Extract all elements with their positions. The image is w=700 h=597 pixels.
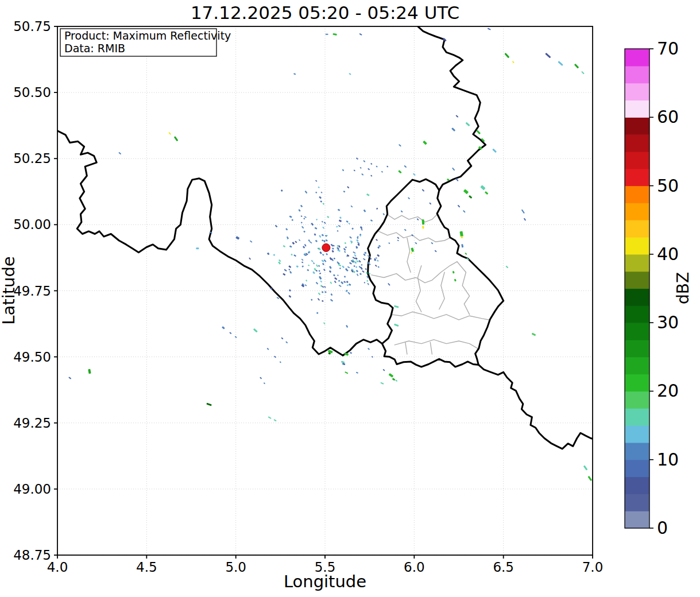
clutter-speck [284,269,287,272]
clutter-speck [322,259,324,262]
clutter-speck [318,293,321,296]
radar-echo [229,332,231,334]
radar-echo [288,269,291,270]
clutter-speck [354,265,355,267]
radar-echo [431,242,433,245]
colorbar-segment [625,66,649,83]
country-border-line [382,344,478,367]
radar-echo [466,122,470,127]
info-box-line2: Data: RMIB [64,42,125,55]
region-border-line [405,342,407,354]
clutter-speck [318,298,320,301]
clutter-speck [319,235,321,238]
radar-echo [581,71,585,75]
clutter-speck [322,221,323,223]
radar-echo [293,73,296,75]
radar-echo [465,253,467,255]
radar-echo [386,165,389,167]
radar-echoes [68,28,592,481]
colorbar-tick-label: 60 [657,107,679,127]
clutter-speck [355,257,357,259]
clutter-speck [338,264,341,266]
clutter-speck [332,250,334,253]
y-tick-label: 48.75 [13,548,51,563]
radar-echo [118,152,121,155]
clutter-speck [293,254,296,257]
clutter-speck [301,215,303,217]
clutter-speck [279,259,281,262]
y-tick-label: 49.50 [13,350,51,365]
clutter-speck [305,280,307,281]
x-tick-label: 4.5 [136,560,157,575]
clutter-speck [366,280,368,282]
axes-frame: 4.04.55.05.56.06.57.050.7550.5050.2550.0… [13,19,603,575]
clutter-speck [349,262,352,264]
colorbar-segment [625,443,649,460]
clutter-speck [289,289,291,292]
clutter-speck [322,263,324,265]
clutter-speck [337,230,339,232]
region-border-line [430,342,432,354]
colorbar-segment [625,49,649,66]
clutter-speck [339,285,342,287]
radar-echo [273,419,276,421]
country-borders [57,26,593,449]
clutter-speck [330,299,333,302]
radar-echo [88,369,91,374]
radar-echo [234,336,237,338]
radar-echo [416,218,419,220]
clutter-speck [358,260,361,263]
clutter-speck [357,274,359,276]
colorbar-segment [625,511,649,528]
radar-echo [359,33,362,36]
clutter-speck [323,259,326,262]
clutter-speck [356,260,359,262]
clutter-speck [295,241,297,243]
region-border-line [395,340,478,349]
radar-echo [521,209,525,214]
clutter-speck [334,258,335,259]
x-tick-label: 7.0 [582,560,604,575]
clutter-speck [313,262,315,264]
radar-echo [344,352,349,356]
clutter-speck [318,187,319,188]
colorbar-segment [625,374,649,391]
y-tick-label: 49.25 [13,416,51,431]
clutter-speck [289,295,292,298]
clutter-speck [330,282,332,284]
clutter-speck [334,277,337,280]
clutter-speck [377,254,380,257]
clutter-speck [346,220,349,223]
colorbar-segment [625,408,649,425]
clutter-speck [344,276,346,278]
radar-echo [485,191,488,195]
radar-map-plot: 17.12.2025 05:20 - 05:24 UTC 4.04.55.05.… [0,0,700,597]
clutter-speck [283,245,286,247]
clutter-speck [273,254,276,256]
radar-echo [452,168,455,171]
radar-echo [350,352,352,354]
clutter-speck [305,284,307,286]
clutter-speck [342,265,345,268]
clutter-speck [322,239,323,241]
radar-echo [332,33,337,36]
clutter-speck [347,266,350,269]
clutter-speck [320,281,322,283]
colorbar-segment [625,186,649,203]
colorbar-segment [625,83,649,100]
clutter-speck [359,273,362,275]
region-border-line [416,266,421,312]
clutter-speck [319,196,322,199]
radar-echo [394,324,399,327]
radar-echo [451,127,455,131]
clutter-speck [377,259,379,262]
radar-figure: 17.12.2025 05:20 - 05:24 UTC 4.04.55.05.… [0,0,700,597]
clutter-speck [326,253,327,255]
colorbar-segment [625,203,649,220]
clutter-speck [383,213,385,215]
clutter-speck [283,273,285,276]
x-tick-label: 6.0 [404,560,425,575]
radar-echo [459,231,463,237]
country-border-line [418,26,486,191]
radar-echo [434,250,436,252]
